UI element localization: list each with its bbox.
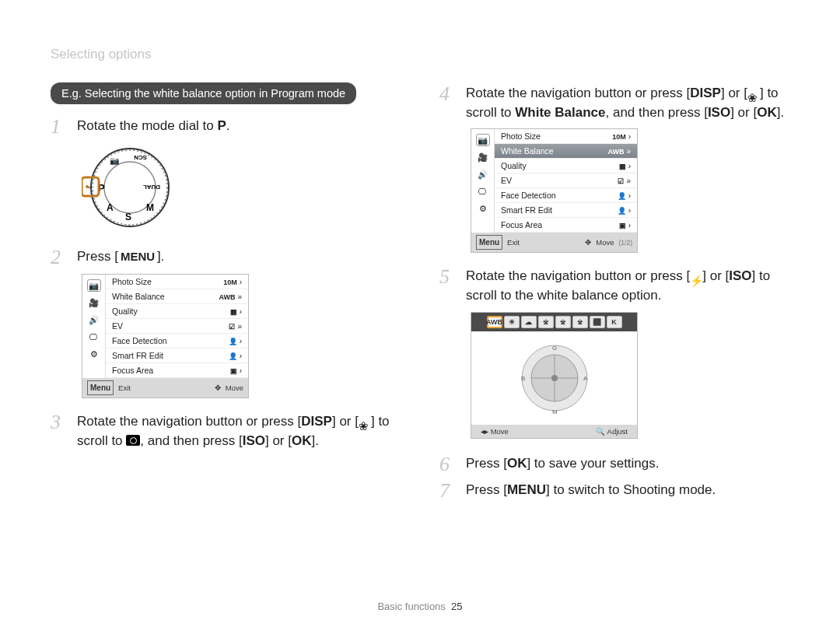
step-2-text-a: Press [ (77, 249, 118, 264)
left-column: E.g. Selecting the white balance option … (51, 82, 404, 506)
flash-icon (690, 271, 702, 282)
magnify-icon: 🔍 (596, 427, 605, 436)
step-number: 2 (51, 246, 66, 268)
menu-item-quality: Quality▦› (495, 159, 637, 173)
nav-icon: ✥ (215, 384, 221, 392)
step-3: 3 Rotate the navigation button or press … (51, 411, 404, 450)
menu-item-ev: EV☑» (106, 319, 248, 334)
menu-sidebar: 📷 🎥 🔊 🖵 ⚙ (82, 275, 106, 378)
step-1-text: Rotate the mode dial to (77, 118, 218, 133)
step-4: 4 Rotate the navigation button or press … (439, 82, 793, 122)
camera-icon (126, 435, 140, 446)
t: , and then press [ (606, 105, 708, 120)
menu-item-focus-area: Focus Area▣› (495, 218, 637, 233)
mode-dial-illustration: P A S M DUAL SCN 📷 (82, 145, 175, 230)
t: ] or [ (730, 105, 757, 120)
wb-option-daylight: ☀ (504, 316, 520, 328)
menu-label: MENU (507, 482, 546, 497)
wb-option-fluorescent-l: ※ (555, 316, 571, 328)
menu-screenshot-1: 📷 🎥 🔊 🖵 ⚙ Photo Size10M› White BalanceAW… (82, 274, 249, 398)
wb-bottom-bar: ◂▸ Move 🔍 Adjust (471, 425, 637, 438)
wb-screenshot: AWB ☀ ☁ ※ ※ ※ ⬛ K G A M B (471, 312, 638, 439)
menu-item-white-balance-selected: White BalanceAWB» (495, 144, 637, 159)
t: Press [ (466, 456, 507, 471)
sound-icon: 🔊 (87, 313, 101, 326)
menu-button-label: Menu (476, 235, 502, 250)
svg-text:S: S (125, 212, 131, 222)
breadcrumb: Selecting options (51, 47, 793, 62)
t: ] or [ (702, 268, 729, 283)
ok-label: OK (507, 456, 527, 471)
display-icon: 🖵 (476, 185, 490, 198)
t: ]. (777, 105, 784, 120)
menu-button-label: Menu (87, 380, 114, 395)
white-balance-bold: White Balance (515, 105, 605, 120)
camera-icon: 📷 (87, 279, 101, 292)
t: , and then press [ (140, 433, 242, 448)
move-label: Move (491, 427, 509, 436)
menu-screenshot-2: 📷 🎥 🔊 🖵 ⚙ Photo Size10M› White BalanceAW… (471, 128, 638, 253)
t: Rotate the navigation button or press [ (466, 268, 690, 283)
step-6: 6 Press [OK] to save your settings. (439, 453, 793, 475)
iso-label: ISO (243, 433, 265, 448)
step-number: 4 (439, 82, 455, 104)
footer-section: Basic functions (377, 601, 445, 612)
display-icon: 🖵 (87, 331, 101, 343)
page-footer: Basic functions 25 (0, 601, 840, 612)
menu-item-quality: Quality▦› (106, 304, 248, 319)
svg-text:DUAL: DUAL (143, 184, 160, 191)
arrows-icon: ◂▸ (481, 427, 488, 436)
menu-item-photo-size: Photo Size10M› (495, 129, 637, 144)
example-pill: E.g. Selecting the white balance option … (51, 82, 356, 104)
move-label: Move (226, 384, 243, 392)
ok-label: OK (757, 105, 777, 120)
step-number: 6 (439, 453, 455, 475)
step-2: 2 Press [MENU]. (51, 246, 404, 268)
t: ] or [ (265, 433, 292, 448)
gear-icon: ⚙ (87, 348, 101, 360)
sound-icon: 🔊 (476, 168, 490, 180)
t: Rotate the navigation button or press [ (77, 414, 301, 429)
gear-icon: ⚙ (476, 202, 490, 215)
step-number: 3 (51, 411, 66, 433)
menu-item-focus-area: Focus Area▣› (106, 363, 248, 378)
svg-text:M: M (552, 408, 558, 415)
video-icon: 🎥 (87, 296, 101, 309)
right-column: 4 Rotate the navigation button or press … (439, 82, 793, 506)
step-1: 1 Rotate the mode dial to P. (51, 115, 404, 137)
wb-option-cloudy: ☁ (521, 316, 537, 328)
wb-adjust-wheel: G A M B (512, 339, 597, 417)
menu-bottom-bar: Menu Exit ✥ Move (82, 378, 248, 398)
ok-label: OK (292, 433, 312, 448)
wb-option-fluorescent-h: ※ (538, 316, 554, 328)
step-number: 7 (439, 479, 455, 501)
menu-item-white-balance: White BalanceAWB» (106, 289, 248, 304)
nav-icon: ✥ (585, 238, 591, 247)
svg-text:📷: 📷 (110, 156, 120, 166)
step-5: 5 Rotate the navigation button or press … (439, 265, 793, 305)
wb-option-custom: ⬛ (590, 316, 605, 328)
svg-text:M: M (146, 202, 154, 213)
menu-item-photo-size: Photo Size10M› (106, 275, 248, 289)
camera-icon: 📷 (476, 134, 490, 146)
svg-text:B: B (521, 375, 525, 382)
menu-list: Photo Size10M› White BalanceAWB» Quality… (106, 275, 248, 378)
menu-item-ev: EV☑» (495, 173, 637, 188)
macro-icon (359, 417, 371, 428)
exit-label: Exit (507, 238, 520, 247)
macro-icon (747, 89, 760, 100)
svg-text:G: G (552, 345, 557, 352)
menu-item-smart-fr: Smart FR Edit👤› (106, 349, 248, 363)
disp-label: DISP (301, 414, 332, 429)
t: ] to switch to Shooting mode. (546, 482, 716, 497)
footer-page: 25 (451, 601, 462, 612)
t: Press [ (466, 482, 507, 497)
menu-item-face-detection: Face Detection👤› (495, 188, 637, 203)
svg-text:SCN: SCN (134, 154, 147, 161)
t: ] or [ (332, 414, 359, 429)
iso-label: ISO (708, 105, 730, 120)
menu-item-smart-fr: Smart FR Edit👤› (495, 203, 637, 218)
svg-point-17 (551, 375, 558, 381)
svg-text:A: A (583, 375, 588, 382)
wb-option-kelvin: K (607, 316, 622, 328)
